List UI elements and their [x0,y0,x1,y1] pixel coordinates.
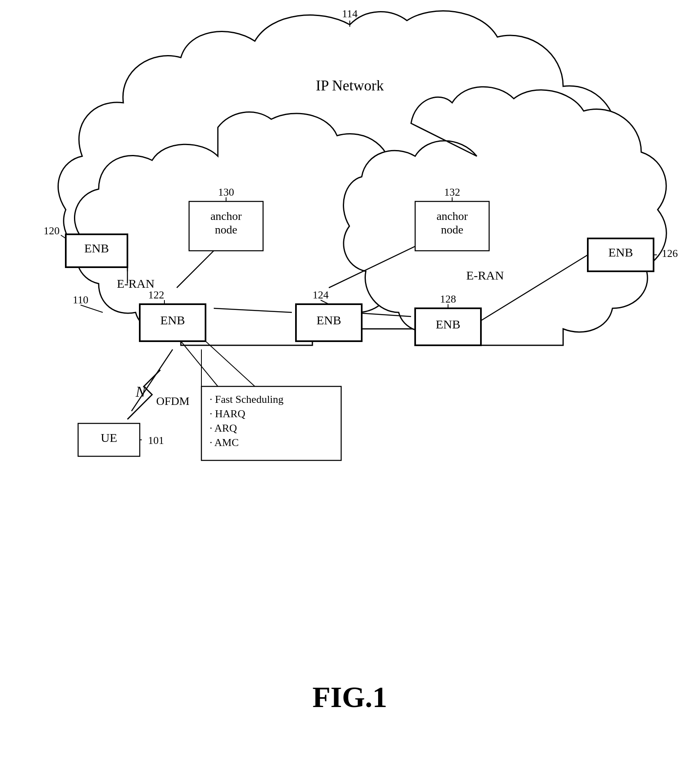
ip-network-label: IP Network [316,77,384,94]
ref-126: 126 [662,247,678,259]
ref-110: 110 [73,294,88,306]
ref-122: 122 [148,289,164,301]
svg-line-44 [206,341,255,386]
eran-label-left: E-RAN [117,277,155,290]
svg-text:ENB: ENB [160,313,185,327]
svg-text:anchor: anchor [437,210,468,222]
svg-text:· Fast Scheduling: · Fast Scheduling [210,393,284,405]
svg-text:· HARQ: · HARQ [210,408,245,420]
svg-text:anchor: anchor [210,210,242,222]
ref-124: 124 [313,289,329,301]
diagram-container: 114 IP Network anchor node 130 anchor no… [0,0,700,765]
features-box: · Fast Scheduling · HARQ · ARQ · AMC [201,386,341,460]
eran-label-right: E-RAN [466,268,504,282]
svg-text:node: node [441,223,463,236]
ref-128: 128 [440,293,456,305]
ofdm-label: OFDM [156,395,189,407]
svg-text:node: node [215,223,237,236]
svg-text:ENB: ENB [436,317,460,331]
svg-text:· ARQ: · ARQ [210,422,237,434]
svg-text:ENB: ENB [84,241,109,255]
ref-132: 132 [444,186,460,198]
ref-120: 120 [44,225,60,237]
svg-text:· AMC: · AMC [210,437,239,448]
svg-text:ENB: ENB [608,245,633,259]
ref-114: 114 [342,8,358,20]
ue-101: UE 101 [78,423,164,456]
svg-line-43 [181,341,218,386]
ref-130: 130 [218,186,234,198]
svg-text:UE: UE [101,431,117,444]
ofdm-n-symbol: N [135,384,146,400]
ref-101: 101 [148,435,164,446]
svg-line-22 [81,305,103,312]
svg-text:ENB: ENB [317,313,341,327]
figure-label: FIG.1 [312,681,387,714]
